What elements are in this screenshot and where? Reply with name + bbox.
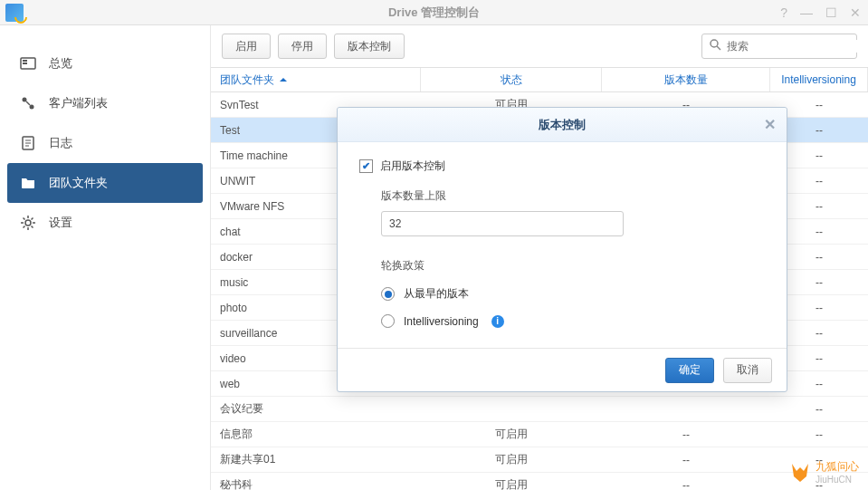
cell-version-count: -- (602, 473, 770, 490)
close-window-icon[interactable]: ✕ (850, 5, 861, 20)
toolbar: 启用 停用 版本控制 (211, 25, 868, 67)
version-control-button[interactable]: 版本控制 (334, 34, 405, 59)
sidebar-item-label: 总览 (49, 55, 72, 72)
sidebar-item-label: 客户端列表 (49, 95, 108, 111)
table-row[interactable]: 新建共享01可启用---- (211, 447, 868, 473)
info-icon[interactable]: i (491, 315, 504, 328)
radio-icon (381, 287, 395, 301)
svg-point-10 (25, 220, 31, 226)
radio-label: Intelliversioning (404, 315, 479, 328)
sidebar-item-label: 团队文件夹 (49, 175, 108, 191)
watermark: 九狐问心 JiuHuCN (788, 459, 859, 485)
sidebar-item-label: 日志 (49, 135, 72, 151)
svg-line-12 (717, 46, 720, 50)
sidebar-item-team-folders[interactable]: 团队文件夹 (7, 163, 203, 203)
svg-rect-1 (23, 60, 27, 62)
cell-name: 信息部 (211, 422, 421, 447)
search-icon (710, 39, 721, 53)
titlebar: Drive 管理控制台 ? — ☐ ✕ (0, 0, 868, 25)
policy-option-intelliversioning[interactable]: Intelliversioning i (381, 314, 765, 328)
enable-version-control-checkbox[interactable]: ✔ 启用版本控制 (359, 159, 765, 174)
cell-intelliversioning: -- (770, 422, 868, 447)
svg-point-3 (23, 98, 27, 102)
table-row[interactable]: 秘书科可启用---- (211, 473, 868, 490)
close-icon[interactable]: ✕ (764, 116, 776, 133)
enable-button[interactable]: 启用 (222, 34, 271, 59)
cell-version-count (602, 397, 770, 421)
version-control-dialog: 版本控制 ✕ ✔ 启用版本控制 版本数量上限 轮换政策 从最早的版本 Intel… (337, 107, 787, 392)
radio-label: 从最早的版本 (404, 286, 469, 302)
cell-status: 可启用 (421, 422, 602, 447)
watermark-sub: JiuHuCN (816, 475, 859, 485)
fox-icon (788, 462, 812, 482)
sidebar-item-overview[interactable]: 总览 (0, 43, 210, 83)
cancel-button[interactable]: 取消 (723, 358, 772, 383)
cell-version-count: -- (602, 422, 770, 447)
table-row[interactable]: 会议纪要-- (211, 397, 868, 422)
dialog-title: 版本控制 (539, 117, 586, 133)
cell-name: 新建共享01 (211, 447, 421, 472)
search-input[interactable] (727, 40, 863, 53)
svg-point-4 (30, 105, 34, 110)
version-limit-label: 版本数量上限 (381, 188, 765, 204)
cell-name: 秘书科 (211, 473, 421, 490)
version-limit-input[interactable] (381, 211, 624, 236)
cell-version-count: -- (602, 447, 770, 472)
column-status[interactable]: 状态 (421, 68, 602, 91)
folder-icon (20, 175, 36, 191)
cell-name: 会议纪要 (211, 397, 421, 421)
window-title: Drive 管理控制台 (388, 5, 480, 21)
gear-icon (20, 215, 36, 231)
sidebar-item-settings[interactable]: 设置 (0, 203, 210, 243)
column-name[interactable]: 团队文件夹 (211, 68, 421, 91)
help-icon[interactable]: ? (780, 5, 787, 20)
svg-rect-2 (23, 62, 27, 64)
svg-point-11 (711, 40, 718, 47)
disable-button[interactable]: 停用 (278, 34, 327, 59)
checkbox-icon: ✔ (359, 159, 373, 173)
table-row[interactable]: 信息部可启用---- (211, 422, 868, 447)
table-header: 团队文件夹 状态 版本数量 Intelliversioning (211, 67, 868, 92)
maximize-icon[interactable]: ☐ (825, 5, 837, 20)
sidebar: 总览 客户端列表 日志 团队文件夹 设置 (0, 25, 210, 490)
cell-status: 可启用 (421, 473, 602, 490)
dialog-header: 版本控制 ✕ (338, 108, 787, 142)
watermark-brand: 九狐问心 (816, 460, 859, 473)
overview-icon (20, 55, 36, 72)
policy-option-earliest[interactable]: 从最早的版本 (381, 286, 765, 302)
client-icon (20, 95, 36, 111)
column-intelliversioning[interactable]: Intelliversioning (770, 68, 868, 91)
cell-intelliversioning: -- (770, 397, 868, 421)
cell-status (421, 397, 602, 421)
checkbox-label: 启用版本控制 (380, 159, 445, 174)
sidebar-item-logs[interactable]: 日志 (0, 123, 210, 163)
radio-icon (381, 314, 395, 328)
search-box[interactable] (701, 34, 857, 59)
sidebar-item-label: 设置 (49, 215, 72, 231)
rotation-policy-label: 轮换政策 (381, 258, 765, 274)
app-logo-icon (5, 4, 24, 22)
minimize-icon[interactable]: — (800, 5, 813, 20)
cell-status: 可启用 (421, 447, 602, 472)
column-version-count[interactable]: 版本数量 (602, 68, 770, 91)
sidebar-item-client-list[interactable]: 客户端列表 (0, 83, 210, 123)
log-icon (20, 135, 36, 151)
svg-line-5 (26, 101, 30, 105)
ok-button[interactable]: 确定 (665, 358, 714, 383)
